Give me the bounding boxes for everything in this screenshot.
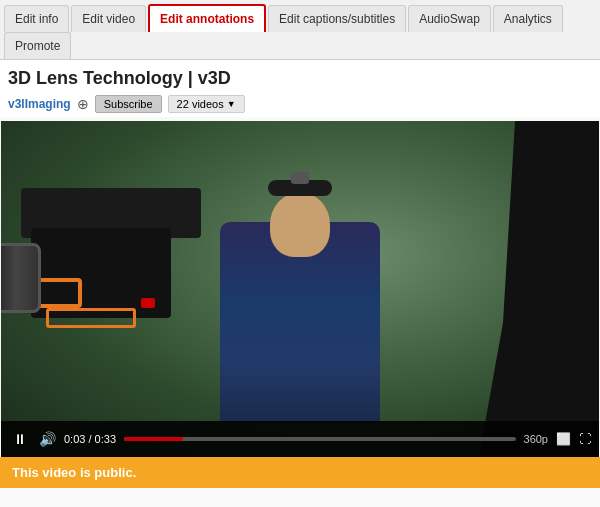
- video-thumbnail: [1, 121, 599, 457]
- tab-audioswap[interactable]: AudioSwap: [408, 5, 491, 32]
- person-body: [220, 222, 380, 422]
- subscribe-label: Subscribe: [104, 98, 153, 110]
- tab-bar: Edit infoEdit videoEdit annotationsEdit …: [0, 0, 600, 60]
- orange-ring-2: [46, 308, 136, 328]
- public-notice-text: This video is public.: [12, 465, 136, 480]
- pause-icon: ⏸: [13, 431, 27, 447]
- figure-right: [479, 121, 599, 457]
- pause-button[interactable]: ⏸: [9, 429, 31, 449]
- video-controls: ⏸ 🔊 0:03 / 0:33 360p ⬜ ⛶: [1, 421, 599, 457]
- video-title: 3D Lens Technology | v3D: [8, 68, 592, 89]
- subscribe-button[interactable]: Subscribe: [95, 95, 162, 113]
- tab-edit-video[interactable]: Edit video: [71, 5, 146, 32]
- progress-fill: [124, 437, 183, 441]
- progress-bar[interactable]: [124, 437, 515, 441]
- red-indicator: [141, 298, 155, 308]
- public-notice-bar: This video is public.: [0, 457, 600, 488]
- tab-edit-captions[interactable]: Edit captions/subtitles: [268, 5, 406, 32]
- tab-analytics[interactable]: Analytics: [493, 5, 563, 32]
- camera-equipment: [1, 188, 251, 408]
- person-head: [270, 192, 330, 257]
- videos-button[interactable]: 22 videos ▼: [168, 95, 245, 113]
- chevron-down-icon: ▼: [227, 99, 236, 109]
- camera-lens: [1, 243, 41, 313]
- theatre-mode-icon[interactable]: ⬜: [556, 432, 571, 446]
- camera-body: [31, 228, 171, 318]
- quality-badge[interactable]: 360p: [524, 433, 548, 445]
- videos-count-label: 22 videos: [177, 98, 224, 110]
- headlamp: [291, 172, 309, 184]
- tab-edit-info[interactable]: Edit info: [4, 5, 69, 32]
- channel-bar: v3lImaging ⊕ Subscribe 22 videos ▼: [8, 95, 592, 113]
- headband: [268, 180, 332, 196]
- fullscreen-icon[interactable]: ⛶: [579, 432, 591, 446]
- subscribe-plus-icon: ⊕: [77, 96, 89, 112]
- time-total: 0:33: [95, 433, 116, 445]
- video-player[interactable]: ⏸ 🔊 0:03 / 0:33 360p ⬜ ⛶: [1, 121, 599, 457]
- time-display: 0:03 / 0:33: [64, 433, 116, 445]
- channel-link[interactable]: v3lImaging: [8, 97, 71, 111]
- volume-icon: 🔊: [39, 431, 56, 447]
- time-current: 0:03: [64, 433, 85, 445]
- tab-promote[interactable]: Promote: [4, 32, 71, 59]
- video-title-area: 3D Lens Technology | v3D v3lImaging ⊕ Su…: [0, 60, 600, 117]
- tab-edit-annotations[interactable]: Edit annotations: [148, 4, 266, 32]
